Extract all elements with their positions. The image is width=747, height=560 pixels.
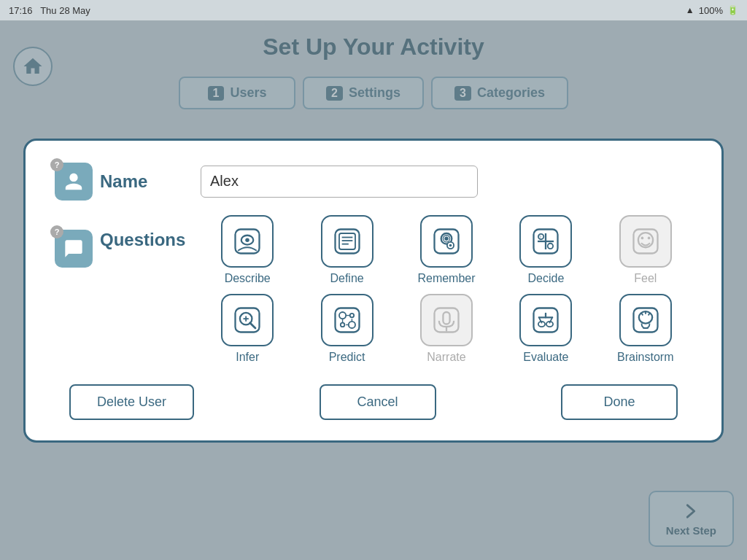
svg-point-2 (245, 238, 249, 242)
battery-icon: 🔋 (727, 5, 738, 15)
define-icon (331, 225, 363, 257)
questions-help-badge: ? (50, 225, 63, 238)
questions-icon-box: ? (55, 230, 93, 268)
name-input[interactable] (201, 166, 478, 198)
wifi-icon: ▲ (686, 5, 694, 15)
evaluate-label: Evaluate (523, 351, 568, 364)
feel-icon-box (619, 215, 672, 268)
svg-line-26 (250, 322, 255, 327)
question-define[interactable]: Define (300, 215, 393, 285)
svg-point-31 (349, 313, 354, 317)
status-time-date: 17:16 Thu 28 May (9, 5, 90, 16)
person-icon (63, 171, 84, 192)
question-remember[interactable]: Remember (400, 215, 493, 285)
question-predict[interactable]: Predict (300, 294, 393, 364)
svg-text:?: ? (539, 235, 541, 239)
infer-label: Infer (236, 351, 259, 364)
name-label-group: ? Name (55, 163, 201, 201)
brainstorm-icon-box (619, 294, 672, 346)
question-narrate[interactable]: Narrate (400, 294, 493, 364)
decide-icon-box: ? (519, 215, 572, 268)
cancel-button[interactable]: Cancel (320, 384, 436, 420)
name-section: ? Name (55, 163, 692, 201)
svg-point-32 (340, 322, 344, 327)
brainstorm-icon (630, 304, 662, 336)
question-infer[interactable]: Infer (201, 294, 294, 364)
remember-label: Remember (417, 272, 475, 285)
evaluate-icon-box (519, 294, 572, 346)
question-feel[interactable]: Feel (599, 215, 692, 285)
questions-section: ? Questions (55, 215, 692, 364)
question-describe[interactable]: Describe (201, 215, 294, 285)
question-grid: Describe Define (201, 215, 692, 364)
predict-label: Predict (329, 351, 365, 364)
predict-icon-box (321, 294, 374, 346)
questions-label-group: ? Questions (55, 215, 201, 268)
svg-point-22 (640, 236, 643, 239)
modal-buttons: Delete User Cancel Done (55, 384, 692, 420)
evaluate-icon (530, 304, 562, 336)
status-date: Thu 28 May (40, 5, 90, 16)
svg-point-33 (348, 321, 355, 327)
name-help-badge: ? (50, 158, 63, 171)
narrate-icon (430, 304, 462, 336)
narrate-label: Narrate (427, 351, 465, 364)
modal-overlay: ? Name ? Questions (0, 20, 747, 560)
name-icon-box: ? (55, 163, 93, 201)
infer-icon-box (221, 294, 274, 346)
describe-icon-box (221, 215, 274, 268)
define-icon-box (321, 215, 374, 268)
chat-icon (63, 238, 84, 259)
define-label: Define (330, 272, 363, 285)
done-button[interactable]: Done (561, 384, 678, 420)
svg-rect-41 (534, 308, 558, 332)
infer-icon (231, 304, 263, 336)
remember-icon-box (420, 215, 473, 268)
describe-icon (231, 225, 263, 257)
modal: ? Name ? Questions (23, 139, 724, 443)
decide-icon: ? (530, 225, 562, 257)
question-brainstorm[interactable]: Brainstorm (599, 294, 692, 364)
svg-point-10 (444, 236, 449, 241)
svg-rect-39 (443, 312, 449, 324)
svg-rect-29 (335, 308, 359, 332)
predict-icon (331, 304, 363, 336)
svg-point-30 (339, 312, 346, 319)
status-bar: 17:16 Thu 28 May ▲ 100% 🔋 (0, 0, 747, 20)
name-label-text: Name (100, 171, 147, 192)
questions-label-text: Questions (100, 230, 185, 250)
svg-point-13 (449, 244, 452, 246)
brainstorm-label: Brainstorm (617, 351, 673, 364)
decide-label: Decide (527, 272, 564, 285)
question-evaluate[interactable]: Evaluate (499, 294, 592, 364)
feel-icon (630, 225, 662, 257)
svg-point-23 (648, 236, 651, 239)
battery-label: 100% (699, 5, 723, 16)
feel-label: Feel (634, 272, 657, 285)
status-time: 17:16 (9, 5, 33, 16)
describe-label: Describe (225, 272, 271, 285)
question-decide[interactable]: ? Decide (499, 215, 592, 285)
narrate-icon-box (420, 294, 473, 346)
svg-point-18 (548, 243, 553, 248)
delete-user-button[interactable]: Delete User (69, 384, 194, 420)
status-right: ▲ 100% 🔋 (686, 5, 738, 16)
remember-icon (430, 225, 462, 257)
